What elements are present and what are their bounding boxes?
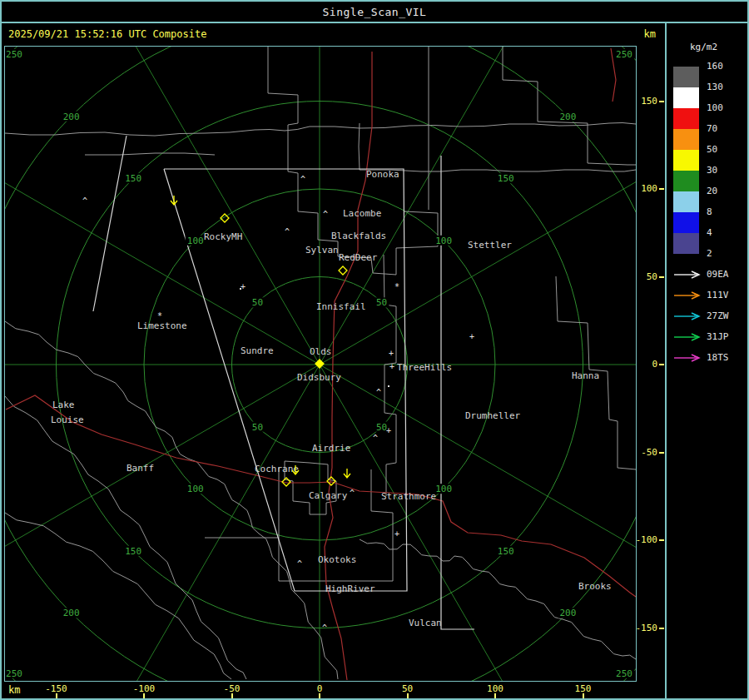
station-id-label: 31JP	[707, 331, 743, 342]
right-tick-label: 150	[631, 96, 657, 107]
city-label-strathmore: Strathmore	[381, 491, 436, 502]
legend-color-swatch	[673, 212, 699, 233]
city-label-drumheller: Drumheller	[465, 410, 521, 421]
bottom-tick-mark	[494, 693, 496, 698]
map-symbol-star: *	[157, 311, 162, 320]
wind-arrow-marker	[171, 196, 177, 205]
legend-color-swatch	[673, 67, 699, 87]
legend-value-label: 20	[707, 186, 740, 196]
city-label-sylvan: Sylvan	[305, 245, 339, 256]
legend-value-label: 50	[707, 144, 740, 155]
ring-distance-label: 50	[376, 297, 387, 308]
ring-distance-label: 150	[498, 173, 514, 184]
ring-distance-label: 100	[435, 236, 452, 246]
map-symbol-plus: +	[469, 332, 474, 341]
station-arrow-icon	[673, 311, 702, 321]
right-axis-unit: km	[627, 28, 656, 40]
legend-value-label: 160	[707, 61, 740, 72]
legend-value-label: 4	[707, 227, 740, 238]
city-label-calgary: Calgary	[309, 490, 348, 501]
legend-color-swatch	[673, 191, 699, 212]
scan-area-outline	[441, 156, 474, 629]
legend-value-label: 70	[707, 123, 740, 134]
right-tick-label: -50	[631, 447, 657, 458]
legend-color-swatch	[673, 150, 699, 171]
legend-unit-label: kg/m2	[690, 42, 717, 52]
ring-distance-label: 50	[252, 422, 263, 433]
legend-value-label: 130	[707, 82, 740, 92]
city-label-ponoka: Ponoka	[366, 169, 399, 180]
ring-distance-label: 50	[252, 297, 263, 308]
bottom-tick-mark	[143, 693, 145, 698]
city-label-brooks: Brooks	[578, 581, 612, 592]
map-canvas[interactable]: 5050505010010010010015015015015020020020…	[5, 47, 636, 681]
right-tick-mark	[659, 276, 664, 278]
ring-distance-label: 200	[63, 608, 80, 618]
station-id-label: 111V	[707, 290, 743, 300]
map-symbol-dot	[240, 288, 241, 290]
map-symbol-plus: +	[386, 426, 391, 435]
city-label-highriver: HighRiver	[325, 583, 375, 594]
city-label-hanna: Hanna	[572, 370, 599, 381]
right-tick-mark	[659, 101, 664, 102]
city-label-airdrie: Airdrie	[312, 443, 350, 454]
ring-distance-label: 250	[616, 668, 632, 679]
bottom-axis-unit: km	[8, 684, 20, 696]
right-tick-mark	[659, 452, 664, 454]
boundary-line	[5, 321, 338, 679]
legend-sidebar: kg/m2 16013010070503020842 09EA 111V 27Z…	[667, 23, 749, 700]
map-symbol-star: *	[394, 282, 399, 291]
legend-value-label: 2	[707, 248, 740, 259]
bottom-tick-mark	[56, 693, 57, 698]
scan-timestamp: 2025/09/21 15:52:16 UTC Composite	[8, 28, 206, 40]
right-tick-label: 100	[631, 183, 657, 194]
legend-color-swatch	[673, 129, 699, 150]
city-label-rockymh: RockyMH	[204, 231, 242, 242]
map-symbol-plus: +	[241, 282, 246, 291]
map-symbol-caret: ^	[82, 196, 87, 206]
city-label-lacombe: Lacombe	[343, 208, 381, 219]
city-label-stettler: Stettler	[468, 240, 512, 251]
ring-distance-label: 200	[559, 608, 576, 618]
station-id-label: 09EA	[707, 269, 743, 280]
right-tick-label: 0	[631, 359, 657, 370]
legend-color-swatch	[673, 171, 699, 191]
boundary-line	[5, 123, 636, 136]
right-tick-mark	[659, 364, 664, 365]
map-symbol-caret: ^	[373, 434, 378, 443]
ring-distance-label: 150	[498, 546, 514, 557]
radar-map-panel[interactable]: 5050505010010010010015015015015020020020…	[4, 46, 637, 682]
boundary-line	[503, 47, 636, 165]
station-arrow-icon	[673, 332, 702, 342]
right-tick-label: 50	[631, 271, 657, 282]
map-symbol-plus: +	[389, 349, 394, 358]
ring-distance-label: 200	[559, 112, 576, 122]
radar-app-window: Single_Scan_VIL 2025/09/21 15:52:16 UTC …	[0, 0, 749, 700]
wind-arrow-marker	[344, 469, 350, 478]
legend-value-label: 100	[707, 102, 740, 113]
ring-distance-label: 100	[187, 484, 204, 494]
station-id-label: 27ZW	[707, 310, 743, 321]
right-tick-label: -150	[631, 623, 657, 633]
ring-distance-label: 250	[616, 49, 632, 60]
ring-distance-label: 150	[125, 173, 141, 184]
boundary-line	[360, 539, 636, 659]
station-arrow-icon	[673, 353, 702, 363]
legend-color-swatch	[673, 233, 699, 254]
boundary-line	[5, 513, 231, 679]
bottom-tick-mark	[231, 693, 233, 698]
station-id-label: 18TS	[707, 352, 743, 363]
map-symbol-dot	[388, 385, 389, 387]
bottom-tick-mark	[407, 693, 409, 698]
legend-color-swatch	[673, 108, 699, 129]
ring-distance-label: 200	[63, 112, 80, 122]
city-label-cochrane: Cochrane	[255, 464, 299, 474]
city-label-threehills: ThreeHills	[397, 362, 452, 373]
city-label-sundre: Sundre	[241, 345, 274, 356]
map-symbol-caret: ^	[376, 388, 381, 397]
map-symbol-caret: ^	[285, 227, 290, 236]
ring-distance-label: 250	[6, 49, 22, 60]
ring-distance-label: 100	[435, 484, 452, 494]
ring-distance-label: 250	[6, 668, 22, 679]
station-arrow-icon	[673, 270, 702, 280]
